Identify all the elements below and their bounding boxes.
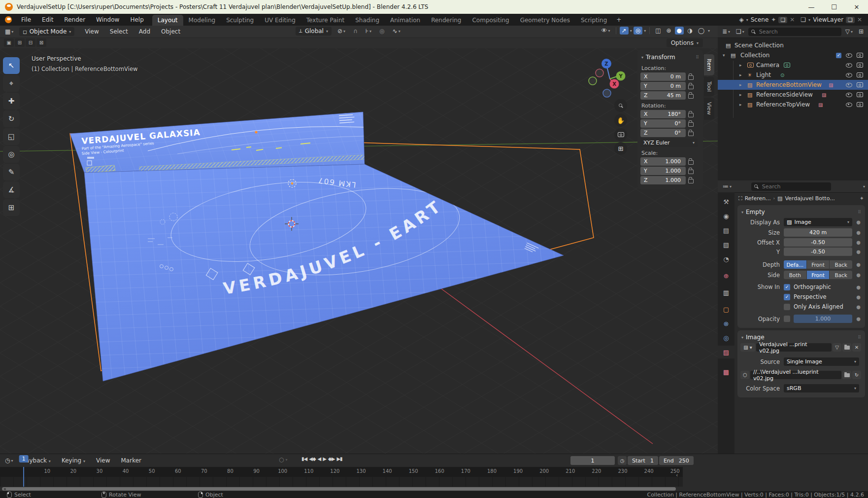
mode-dropdown[interactable]: ◻ Object Mode ▾ (19, 27, 74, 36)
shading-wireframe-button[interactable]: ⊕ (665, 27, 673, 35)
rotation-mode-dropdown[interactable]: XYZ Euler ▾ (640, 139, 698, 147)
perspective-checkbox[interactable]: ✓ (784, 294, 790, 300)
depth-default-button[interactable]: Defa... (784, 260, 806, 269)
hide-in-viewport-icon[interactable] (846, 83, 852, 87)
add-workspace-button[interactable]: + (612, 15, 625, 24)
outliner-item-scene-collection[interactable]: ▤Scene Collection (718, 40, 868, 50)
viewport-3d[interactable]: VERDAJUVEL GALAXSIA Part of the "Amazing… (0, 26, 718, 454)
side-front-button[interactable]: Front (807, 271, 830, 279)
auto-key-record-button[interactable]: ○ (279, 456, 284, 463)
animate-dot[interactable]: ● (856, 240, 861, 245)
annotate-tool[interactable]: ✎ (3, 164, 20, 180)
outliner-filter-button[interactable]: ▽ ▾ (843, 28, 855, 36)
animate-dot[interactable]: ● (856, 316, 861, 321)
use-preview-range-button[interactable]: ◷ (618, 456, 627, 465)
gizmo-dropdown-icon[interactable]: ▾ (630, 29, 632, 33)
unlock-icon[interactable] (688, 160, 694, 165)
unlock-icon[interactable] (688, 94, 694, 99)
shading-dropdown-icon[interactable]: ▾ (708, 29, 710, 33)
animate-dot[interactable]: ● (856, 304, 861, 310)
orientation-dropdown[interactable]: ⟂ Global ▾ (296, 27, 332, 36)
properties-tab-data[interactable]: ▨ (718, 346, 734, 358)
remove-viewlayer-icon[interactable]: ✕ (857, 16, 862, 23)
collapse-arrow-icon[interactable]: ‹ (676, 472, 678, 478)
unlock-icon[interactable] (688, 170, 694, 174)
properties-editor-type-button[interactable]: ≔ ▾ (721, 182, 734, 190)
select-intersect-button[interactable]: ⊠ (36, 38, 46, 47)
properties-tab-object[interactable]: ▢ (718, 303, 734, 316)
editor-type-button[interactable]: ▦ ▾ (3, 28, 15, 36)
workspace-tab-sculpting[interactable]: Sculpting (221, 15, 259, 26)
chevron-right-icon[interactable]: ▸ (739, 102, 742, 107)
select-extend-button[interactable]: ⊞ (15, 38, 25, 47)
properties-tab-output[interactable]: ▤ (718, 224, 734, 237)
outliner-item-referencesideview[interactable]: ▸▨ReferenceSideView▨ (718, 90, 868, 100)
timeline-scrollbar[interactable] (2, 487, 676, 491)
animate-dot[interactable]: ● (856, 262, 861, 267)
outliner-display-mode-button[interactable]: ❏ ▾ (734, 28, 746, 36)
location-x-field[interactable]: X0 m (640, 72, 686, 81)
image-browse-button[interactable]: ▨ ▾ (740, 343, 755, 352)
offset-y-field[interactable]: -0.50 (784, 248, 852, 256)
animate-dot[interactable]: ● (856, 272, 861, 278)
unlink-image-button[interactable]: ✕ (852, 343, 861, 352)
image-name-field[interactable]: Verdajuvel ...print v02.jpg (756, 343, 832, 352)
collapse-icon[interactable]: ▾ (641, 55, 643, 60)
hide-in-viewport-icon[interactable] (846, 53, 852, 58)
minimize-button[interactable]: — (800, 0, 823, 14)
location-y-field[interactable]: Y0 m (640, 82, 686, 90)
gizmo-neg-x[interactable] (596, 69, 603, 77)
timeline-menu-marker[interactable]: Marker (116, 457, 147, 464)
animate-dot[interactable]: ● (856, 285, 861, 290)
show-gizmo-button[interactable]: ↗ (620, 27, 629, 35)
pin-icon[interactable]: ✦ (771, 16, 776, 23)
packed-file-icon[interactable]: ⬡ (740, 371, 749, 379)
zoom-view-button[interactable] (614, 99, 627, 112)
chevron-right-icon[interactable]: ▸ (739, 72, 742, 77)
workspace-tab-modeling[interactable]: Modeling (183, 15, 221, 26)
shading-material-button[interactable]: ◑ (685, 27, 694, 35)
unlock-icon[interactable] (688, 179, 694, 183)
rotate-tool[interactable]: ↻ (3, 110, 20, 127)
xray-toggle-button[interactable]: ◫ (653, 27, 663, 35)
camera-view-button[interactable] (614, 128, 627, 141)
hide-in-viewport-icon[interactable] (846, 63, 852, 68)
add-cube-tool[interactable]: ⊞ (3, 199, 20, 216)
scene-selector[interactable]: ◈ ▾ Scene ✦ ❏ ✕ (737, 16, 797, 24)
scale-x-field[interactable]: X1.000 (640, 157, 686, 166)
select-box-tool[interactable]: ↖ (3, 57, 20, 74)
chevron-down-icon[interactable]: ▾ (723, 53, 725, 58)
properties-tab-world[interactable]: ⊕ (718, 269, 734, 282)
viewport-menu-view[interactable]: View (79, 28, 104, 35)
timeline-ruler[interactable]: 1020304050607080901001101201301401501601… (0, 467, 683, 477)
gizmo-neg-y[interactable] (589, 77, 597, 85)
scale-z-field[interactable]: Z1.000 (640, 176, 686, 184)
viewport-menu-object[interactable]: Object (156, 28, 186, 35)
unlock-icon[interactable] (688, 75, 694, 80)
menu-render[interactable]: Render (59, 16, 91, 23)
select-subtract-button[interactable]: ⊟ (26, 38, 35, 47)
depth-back-button[interactable]: Back (830, 260, 852, 269)
unlink-scene-icon[interactable]: ✕ (790, 16, 795, 23)
scale-tool[interactable]: ◱ (3, 128, 20, 145)
timeline-editor-type-button[interactable]: ◷ ▾ (3, 457, 15, 464)
current-frame-field[interactable]: 1 (570, 456, 615, 465)
color-space-dropdown[interactable]: sRGB ▾ (784, 384, 859, 392)
opacity-slider[interactable]: 1.000 (794, 315, 852, 323)
play-button[interactable]: ▶ (323, 456, 326, 462)
unlock-icon[interactable] (688, 122, 694, 127)
select-new-button[interactable]: ▣ (4, 38, 14, 47)
jump-to-end-button[interactable]: ▶▮ (336, 456, 342, 462)
falloff-curve-button[interactable]: ∿ ▾ (391, 27, 402, 35)
outliner-search-input[interactable] (758, 28, 838, 36)
disable-in-renders-icon[interactable] (857, 53, 863, 58)
visibility-dropdown-button[interactable]: 👁 ▾ (600, 27, 612, 35)
shading-solid-button[interactable]: ● (675, 27, 684, 35)
workspace-tab-texture-paint[interactable]: Texture Paint (301, 15, 350, 26)
outliner-item-collection[interactable]: ▾▤Collection✓ (718, 50, 868, 60)
playhead[interactable] (23, 467, 24, 487)
animate-dot[interactable]: ● (856, 294, 861, 300)
properties-tab-physics[interactable]: ◎ (718, 331, 734, 344)
offset-x-field[interactable]: -0.50 (784, 238, 852, 247)
end-frame-field[interactable]: End250 (659, 456, 694, 465)
